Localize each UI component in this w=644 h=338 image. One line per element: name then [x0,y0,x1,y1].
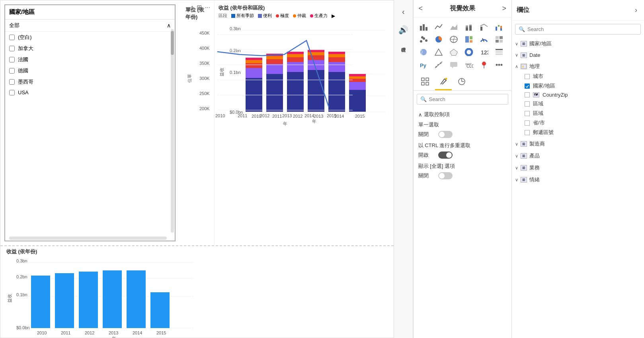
single-select-toggle[interactable] [438,131,453,138]
chevron-date[interactable]: ∨ [515,52,518,58]
field-item-province[interactable]: 省/市 [512,118,644,128]
legend-more-icon[interactable]: ▶ [332,13,335,19]
chevron-up-selection[interactable]: ∧ [418,112,422,118]
viz-icon-pin[interactable] [477,59,491,71]
field-group-business-header[interactable]: ∨ ⊞ 業務 [512,163,644,173]
field-item-region1[interactable]: 區域 [512,99,644,109]
line-chart-polyline [217,41,329,107]
viz-search-box[interactable]: 🔍 [417,94,508,105]
viz-icon-table-vis[interactable] [492,46,506,58]
viz-icon-number[interactable]: 123 [477,46,491,58]
viz-icon-treemap[interactable] [462,33,476,45]
filter-item-2[interactable]: 法國 ☞ [5,54,175,65]
viz-icon-shape[interactable] [432,46,445,58]
fields-panel-expand[interactable]: › [633,4,639,16]
filter-checkbox-2[interactable] [9,57,15,62]
checkbox-province[interactable] [525,120,530,126]
viz-icon-donut[interactable] [462,46,476,58]
viz-icon-matrix[interactable] [492,33,506,45]
field-group-country: ∨ ⊞ 國家/地區 [512,38,644,50]
viz-icon-combo[interactable] [477,21,491,33]
filter-item-3[interactable]: 德國 [5,65,175,76]
viz-icon-area[interactable] [447,21,461,33]
more-icon[interactable]: ··· [205,4,210,11]
checkbox-region1[interactable] [525,101,530,107]
viz-tab-analytics[interactable] [453,74,470,90]
fields-search-box[interactable]: 🔍 [515,24,641,35]
toggle-track-2[interactable] [438,152,453,159]
viz-icon-wordcloud[interactable]: wordCLOUD [462,59,476,71]
nav-speaker-icon[interactable]: 🔊 [396,22,411,37]
field-item-country-sub[interactable]: 國家/地區 [512,81,644,91]
filter-scrollbar[interactable] [171,29,174,233]
field-item-countryzip[interactable]: 🗺 CountryZip [512,91,644,99]
viz-tab-format[interactable] [435,74,452,90]
viz-icon-line[interactable] [432,21,445,33]
field-group-sentiment-header[interactable]: ∨ ⊞ 情緒 [512,175,644,185]
filter-scrollbar-thumb[interactable] [171,31,174,55]
filter-checkbox-4[interactable] [9,79,15,85]
viz-prev-button[interactable]: < [417,2,425,15]
svg-point-58 [420,49,427,55]
viz-icon-scatter[interactable] [417,33,430,45]
chevron-maker[interactable]: ∨ [515,142,518,147]
ctrl-select-toggle[interactable] [438,152,453,159]
field-group-geo-header[interactable]: ∧ ⚙ 地理 [512,61,644,72]
checkbox-city[interactable] [525,74,530,79]
filter-checkbox-5[interactable] [9,90,15,95]
viz-icon-map[interactable] [447,33,461,45]
filter-icon[interactable]: ⊿ [188,4,193,11]
checkbox-country-sub[interactable] [525,84,530,89]
chevron-product[interactable]: ∨ [515,153,518,159]
viz-icon-waterfall[interactable] [492,21,506,33]
viz-search-input[interactable] [429,96,505,102]
field-item-postal[interactable]: 郵遞區號 [512,128,644,137]
viz-icon-bar[interactable] [417,21,430,33]
checkbox-countryzip[interactable] [525,92,530,97]
viz-icon-stacked-bar[interactable] [462,21,476,33]
filter-item-0[interactable]: (空白) [5,32,175,43]
filter-all-row[interactable]: 全部 ∧ [5,19,175,32]
nav-back-button[interactable]: ‹ [396,4,411,19]
filter-checkbox-1[interactable] [9,46,15,51]
filter-checkbox-3[interactable] [9,68,15,74]
viz-tab-grid[interactable] [417,74,433,90]
viz-next-button[interactable]: > [500,2,508,15]
field-item-city[interactable]: 城市 [512,72,644,81]
viz-icon-globe[interactable] [417,46,430,58]
field-item-region2[interactable]: 區域 [512,109,644,118]
filter-item-5[interactable]: USA [5,87,175,97]
filter-item-4[interactable]: 墨西哥 [5,76,175,87]
field-group-date: ∨ ⊞ Date [512,50,644,60]
field-group-country-header[interactable]: ∨ ⊞ 國家/地區 [512,39,644,49]
filter-item-1[interactable]: 加拿大 [5,43,175,54]
viz-icon-nav-map[interactable] [447,46,461,58]
show-all-toggle-row: 關閉 [418,172,507,179]
svg-rect-83 [422,82,424,85]
viz-icon-speech[interactable] [447,59,461,71]
viz-icon-gauge[interactable] [477,33,491,45]
chevron-business[interactable]: ∨ [515,165,518,171]
field-group-date-header[interactable]: ∨ ⊞ Date [512,51,644,60]
field-group-maker-header[interactable]: ∨ ⊞ 製造商 [512,139,644,149]
viz-icon-dots[interactable] [492,59,506,71]
filter-hscroll[interactable] [9,237,167,240]
field-group-product-header[interactable]: ∨ ⊞ 產品 [512,151,644,161]
toggle-thumb-2 [446,152,452,158]
viz-icon-regression[interactable] [432,59,445,71]
viz-icon-py[interactable]: Py [417,59,430,71]
toggle-thumb-1 [439,132,445,137]
show-all-toggle[interactable] [438,172,453,179]
toggle-track-3[interactable] [438,172,453,179]
filter-checkbox-0[interactable] [9,35,15,40]
viz-icon-pie[interactable] [432,33,445,45]
checkbox-region2[interactable] [525,111,530,116]
fields-search-input[interactable] [527,26,637,32]
expand-icon[interactable]: ⊞ [197,4,202,11]
chevron-geo[interactable]: ∧ [515,64,518,69]
chevron-sentiment[interactable]: ∨ [515,177,518,183]
toggle-track-1[interactable] [438,131,453,138]
chevron-up-icon[interactable]: ∧ [167,22,171,29]
chevron-country[interactable]: ∨ [515,41,518,47]
checkbox-postal[interactable] [525,130,530,135]
